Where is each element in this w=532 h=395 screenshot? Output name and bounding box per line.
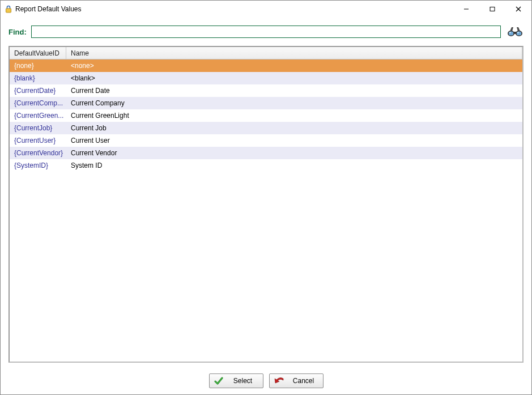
cell-default-value-id: {CurrentVendor} <box>10 147 66 159</box>
grid-body[interactable]: {none}<none>{blank}<blank>{CurrentDate}C… <box>10 60 522 362</box>
table-row[interactable]: {CurrentDate}Current Date <box>10 84 522 97</box>
table-row[interactable]: {CurrentGreen...Current GreenLight <box>10 109 522 122</box>
window-title: Report Default Values <box>15 5 453 13</box>
minimize-button[interactable] <box>453 1 479 18</box>
svg-rect-2 <box>490 7 495 11</box>
cell-name: System ID <box>66 159 522 172</box>
cell-name: Current User <box>66 134 522 147</box>
cell-default-value-id: {none} <box>10 60 66 72</box>
dialog-window: Report Default Values Find: <box>0 0 532 395</box>
table-row[interactable]: {SystemID}System ID <box>10 159 522 172</box>
close-button[interactable] <box>505 1 531 18</box>
results-grid: DefaultValueID Name {none}<none>{blank}<… <box>8 46 524 363</box>
table-row[interactable]: {CurrentUser}Current User <box>10 134 522 147</box>
titlebar: Report Default Values <box>1 1 531 18</box>
table-row[interactable]: {CurrentComp...Current Company <box>10 97 522 109</box>
binoculars-icon[interactable] <box>507 26 524 38</box>
table-row[interactable]: {CurrentVendor}Current Vendor <box>10 147 522 159</box>
cell-name: Current Job <box>66 122 522 134</box>
cell-default-value-id: {SystemID} <box>10 159 66 172</box>
find-input[interactable] <box>31 26 501 38</box>
column-header-id[interactable]: DefaultValueID <box>10 47 66 59</box>
cell-name: Current Company <box>66 97 522 109</box>
svg-rect-0 <box>6 9 11 12</box>
find-row: Find: <box>8 26 524 38</box>
lock-icon <box>5 5 12 13</box>
table-row[interactable]: {CurrentJob}Current Job <box>10 122 522 134</box>
cell-default-value-id: {CurrentComp... <box>10 97 66 109</box>
cell-name: Current Vendor <box>66 147 522 159</box>
cell-name: Current GreenLight <box>66 109 522 122</box>
cell-default-value-id: {blank} <box>10 72 66 84</box>
button-row: Select Cancel <box>1 367 531 394</box>
table-row[interactable]: {blank}<blank> <box>10 72 522 84</box>
svg-point-10 <box>517 32 519 33</box>
content-area: Find: DefaultValueID Na <box>1 18 531 367</box>
svg-rect-11 <box>514 32 517 34</box>
grid-header: DefaultValueID Name <box>10 47 522 60</box>
maximize-button[interactable] <box>479 1 505 18</box>
select-button[interactable]: Select <box>209 373 263 388</box>
svg-point-8 <box>517 32 522 36</box>
undo-arrow-icon <box>274 377 284 385</box>
cell-default-value-id: {CurrentDate} <box>10 84 66 97</box>
cancel-button[interactable]: Cancel <box>269 373 324 388</box>
column-header-name[interactable]: Name <box>66 47 522 59</box>
cell-name: <blank> <box>66 72 522 84</box>
find-label: Find: <box>8 28 27 36</box>
window-controls <box>453 1 531 18</box>
cell-default-value-id: {CurrentGreen... <box>10 109 66 122</box>
checkmark-icon <box>214 376 223 385</box>
cell-name: <none> <box>66 60 522 72</box>
svg-point-9 <box>509 32 511 33</box>
table-row[interactable]: {none}<none> <box>10 60 522 72</box>
cell-default-value-id: {CurrentJob} <box>10 122 66 134</box>
cell-default-value-id: {CurrentUser} <box>10 134 66 147</box>
cell-name: Current Date <box>66 84 522 97</box>
select-button-label: Select <box>228 377 258 385</box>
cancel-button-label: Cancel <box>289 377 318 385</box>
svg-point-7 <box>509 32 514 36</box>
